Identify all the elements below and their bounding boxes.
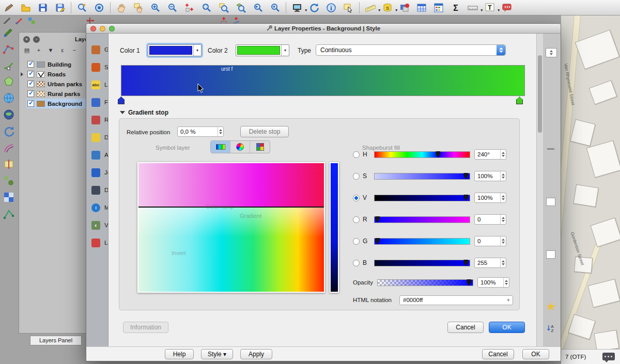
spinner-fragment[interactable] xyxy=(546,48,557,57)
processing-icon[interactable] xyxy=(27,16,36,25)
widget-fragment[interactable] xyxy=(546,198,555,206)
layer-label[interactable]: Roads xyxy=(48,71,66,77)
color-picker-box[interactable]: Color ramp Gradient Invert xyxy=(137,162,325,293)
spin-arrows[interactable] xyxy=(500,150,506,159)
identify-icon[interactable]: i xyxy=(325,2,337,14)
zoom-next-icon[interactable] xyxy=(269,2,281,14)
hue-spinbox[interactable]: 240° xyxy=(474,149,506,160)
sheet-scrollbar[interactable] xyxy=(536,34,543,346)
globe-icon[interactable] xyxy=(3,92,15,104)
gradient-preview[interactable] xyxy=(121,65,525,96)
layer-label[interactable]: Building xyxy=(48,61,71,68)
merge-feature-icon[interactable] xyxy=(3,175,15,187)
polygon-tool-icon[interactable] xyxy=(3,75,15,88)
radio-s[interactable] xyxy=(353,173,360,180)
layer-checkbox[interactable] xyxy=(27,81,34,87)
rotate-feature-icon[interactable] xyxy=(3,125,15,137)
widget-fragment[interactable] xyxy=(546,250,555,259)
zoom-layer-icon[interactable] xyxy=(235,2,247,14)
layer-checkbox[interactable] xyxy=(27,100,34,107)
layer-label[interactable]: Urban parks xyxy=(48,81,82,87)
message-log-icon[interactable] xyxy=(602,353,615,360)
pan-map-icon[interactable] xyxy=(115,2,128,14)
gradient-stop-right[interactable] xyxy=(516,97,523,104)
offset-curve-icon[interactable] xyxy=(3,141,15,154)
select-features-icon[interactable] xyxy=(342,2,354,14)
pencil-icon[interactable] xyxy=(3,2,15,14)
node-tool-icon[interactable] xyxy=(3,59,15,71)
radio-b[interactable] xyxy=(353,260,360,266)
database-icon[interactable]: S▾ xyxy=(381,2,394,14)
pan-selection-icon[interactable] xyxy=(132,2,145,14)
text-annotation-icon[interactable]: T▾ xyxy=(484,2,496,14)
value-spinbox[interactable]: 100% xyxy=(474,193,506,203)
layers-panel-tab[interactable]: Layers Panel xyxy=(30,336,82,345)
opacity-spinbox[interactable]: 100% xyxy=(477,277,509,288)
raster-table-icon[interactable] xyxy=(432,2,445,14)
zoom-out-icon[interactable] xyxy=(166,2,179,14)
radio-r[interactable] xyxy=(353,216,360,223)
combo-stepper-icon[interactable] xyxy=(497,45,505,55)
dialog-titlebar[interactable]: Layer Properties - Background | Style xyxy=(86,24,561,34)
opacity-slider[interactable] xyxy=(377,279,473,286)
python-error-icon[interactable] xyxy=(398,2,411,14)
spin-arrows[interactable] xyxy=(500,215,506,224)
apply-button[interactable]: Apply xyxy=(240,349,272,359)
delete-stop-button[interactable]: Delete stop xyxy=(240,126,289,137)
world-icon[interactable] xyxy=(3,108,15,121)
value-slider[interactable] xyxy=(330,162,339,293)
close-panel-icon[interactable]: × xyxy=(23,36,30,43)
sheet-ok-button[interactable]: OK xyxy=(489,322,525,333)
layer-checkbox[interactable] xyxy=(27,61,34,68)
digitize-icon[interactable] xyxy=(3,42,15,55)
tab-color-wheel[interactable] xyxy=(230,141,250,153)
zoom-selection-icon[interactable] xyxy=(218,2,230,14)
help-button[interactable]: Help xyxy=(165,349,194,359)
color1-dropdown-icon[interactable]: ▾ xyxy=(193,45,201,56)
zoom-in-icon[interactable] xyxy=(149,2,162,14)
spin-arrows[interactable] xyxy=(500,236,506,246)
hue-slider[interactable] xyxy=(374,151,470,158)
red-spinbox[interactable]: 0 xyxy=(474,214,506,225)
style-manager-icon[interactable] xyxy=(93,2,105,14)
green-spinbox[interactable]: 0 xyxy=(474,236,506,246)
blue-slider[interactable] xyxy=(374,260,470,266)
help-bubble-icon[interactable] xyxy=(501,2,513,14)
relative-position-spinbox[interactable]: 0,0 % xyxy=(177,126,224,137)
spin-arrows[interactable] xyxy=(500,171,506,181)
ruler-icon[interactable]: ▾ xyxy=(467,2,479,14)
add-group-icon[interactable]: + xyxy=(35,46,42,54)
saturation-slider[interactable] xyxy=(374,173,470,180)
map-canvas[interactable]: Van Rhyneveld Street Gordention Street 7… xyxy=(561,15,620,364)
blue-spinbox[interactable]: 255 xyxy=(474,258,506,268)
split-feature-icon[interactable] xyxy=(3,158,15,170)
tab-swatches[interactable] xyxy=(250,141,270,153)
gradient-stop-left[interactable] xyxy=(118,97,125,104)
color1-swatch[interactable]: ▾ xyxy=(148,44,202,56)
styles-icon[interactable]: ▤ xyxy=(23,46,30,54)
spin-arrows[interactable] xyxy=(500,193,506,202)
cad-tools-icon[interactable] xyxy=(14,16,24,25)
filter-icon[interactable]: ▼ xyxy=(47,46,54,54)
checker-icon[interactable] xyxy=(3,191,15,203)
minimize-window-icon[interactable] xyxy=(100,26,105,31)
attribute-table-icon[interactable] xyxy=(415,2,428,14)
zoom-edit-icon[interactable] xyxy=(76,2,88,14)
information-button[interactable]: Information xyxy=(123,322,168,333)
favorites-star-icon[interactable] xyxy=(546,302,555,311)
route-icon[interactable] xyxy=(3,208,15,220)
scrollbar-thumb[interactable] xyxy=(538,55,542,133)
expression-icon[interactable]: ε xyxy=(59,46,66,54)
new-map-view-icon[interactable]: ▾ xyxy=(291,2,303,14)
zoom-native-icon[interactable] xyxy=(183,2,196,14)
refresh-icon[interactable] xyxy=(308,2,320,14)
saturation-spinbox[interactable]: 100% xyxy=(474,171,506,181)
radio-h[interactable] xyxy=(353,151,360,158)
radio-g[interactable] xyxy=(353,238,360,245)
current-edits-icon[interactable] xyxy=(3,26,15,38)
spin-arrows[interactable] xyxy=(500,258,506,267)
spin-arrows[interactable] xyxy=(503,278,509,287)
sort-icon[interactable]: AZ xyxy=(546,324,555,335)
expander-icon[interactable] xyxy=(21,72,23,76)
radio-v[interactable] xyxy=(353,195,360,201)
